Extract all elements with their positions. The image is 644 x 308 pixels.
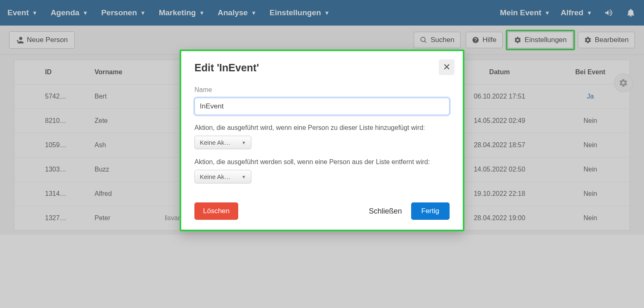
close-button[interactable]: Schließen [360, 203, 411, 220]
add-action-label: Aktion, die ausgeführt wird, wenn eine P… [194, 124, 450, 132]
chevron-down-icon: ▼ [242, 174, 246, 179]
remove-action-select[interactable]: Keine Ak… ▼ [194, 170, 251, 183]
remove-action-value: Keine Ak… [200, 173, 230, 180]
add-action-select[interactable]: Keine Ak… ▼ [194, 136, 251, 149]
remove-action-label: Aktion, die ausgeführt werden soll, wenn… [194, 158, 450, 166]
chevron-down-icon: ▼ [242, 140, 246, 145]
close-icon[interactable]: ✕ [439, 59, 455, 75]
delete-button[interactable]: Löschen [194, 202, 238, 220]
add-action-value: Keine Ak… [200, 139, 230, 146]
edit-list-modal: Edit 'InEvent' ✕ Name Aktion, die ausgef… [180, 49, 464, 231]
modal-overlay: Edit 'InEvent' ✕ Name Aktion, die ausgef… [0, 0, 644, 235]
name-label: Name [194, 86, 450, 94]
name-input[interactable] [194, 98, 450, 115]
done-button[interactable]: Fertig [411, 202, 450, 220]
modal-title: Edit 'InEvent' [194, 62, 450, 74]
